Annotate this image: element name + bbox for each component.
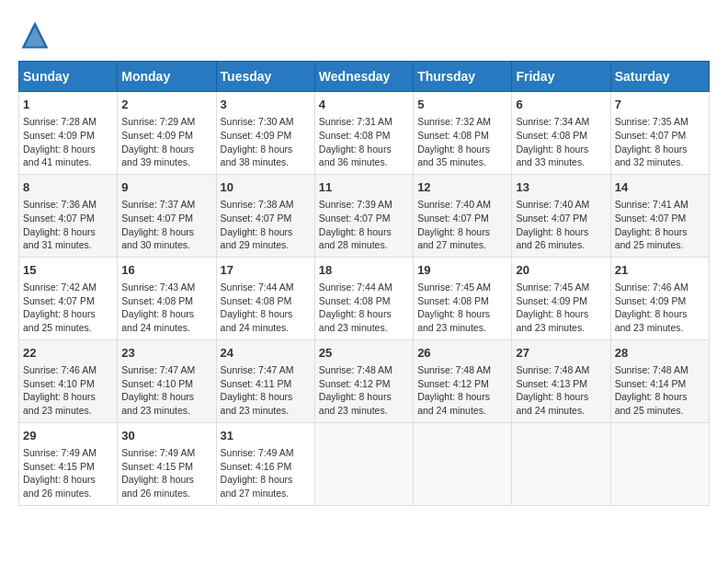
sunset: Sunset: 4:09 PM: [23, 130, 95, 141]
sunrise: Sunrise: 7:48 AM: [516, 364, 589, 375]
day-number: 31: [221, 428, 311, 444]
sunrise: Sunrise: 7:40 AM: [417, 199, 491, 210]
sunrise: Sunrise: 7:44 AM: [221, 282, 294, 293]
day-number: 20: [516, 262, 606, 279]
table-row: [414, 422, 512, 505]
daylight: Daylight: 8 hours and 23 minutes.: [615, 308, 688, 333]
sunset: Sunset: 4:07 PM: [221, 213, 292, 224]
table-row: 30Sunrise: 7:49 AMSunset: 4:15 PMDayligh…: [118, 422, 216, 505]
day-number: 2: [121, 97, 211, 113]
day-number: 3: [221, 97, 311, 113]
sunrise: Sunrise: 7:39 AM: [319, 199, 392, 210]
calendar-week-2: 8Sunrise: 7:36 AMSunset: 4:07 PMDaylight…: [19, 174, 710, 257]
table-row: 9Sunrise: 7:37 AMSunset: 4:07 PMDaylight…: [118, 174, 216, 257]
sunset: Sunset: 4:10 PM: [23, 378, 95, 389]
daylight: Daylight: 8 hours and 35 minutes.: [417, 144, 490, 168]
table-row: 21Sunrise: 7:46 AMSunset: 4:09 PMDayligh…: [610, 257, 709, 339]
sunset: Sunset: 4:08 PM: [221, 295, 292, 306]
table-row: 7Sunrise: 7:35 AMSunset: 4:07 PMDaylight…: [610, 92, 709, 175]
sunrise: Sunrise: 7:45 AM: [417, 282, 491, 293]
sunrise: Sunrise: 7:29 AM: [121, 116, 195, 127]
sunset: Sunset: 4:11 PM: [221, 378, 292, 389]
daylight: Daylight: 8 hours and 38 minutes.: [221, 144, 293, 168]
sunset: Sunset: 4:08 PM: [516, 130, 587, 141]
sunset: Sunset: 4:09 PM: [121, 130, 193, 141]
table-row: 27Sunrise: 7:48 AMSunset: 4:13 PMDayligh…: [512, 339, 610, 422]
column-header-saturday: Saturday: [610, 62, 709, 92]
daylight: Daylight: 8 hours and 24 minutes.: [121, 308, 194, 333]
sunset: Sunset: 4:09 PM: [516, 295, 587, 306]
sunset: Sunset: 4:08 PM: [319, 295, 391, 306]
sunset: Sunset: 4:07 PM: [121, 213, 193, 224]
daylight: Daylight: 8 hours and 27 minutes.: [221, 474, 293, 499]
table-row: 17Sunrise: 7:44 AMSunset: 4:08 PMDayligh…: [216, 257, 314, 339]
day-number: 29: [23, 428, 113, 444]
day-number: 24: [221, 345, 311, 362]
table-row: [512, 422, 610, 505]
daylight: Daylight: 8 hours and 29 minutes.: [221, 226, 293, 251]
sunset: Sunset: 4:13 PM: [516, 378, 587, 389]
sunrise: Sunrise: 7:28 AM: [23, 116, 97, 127]
sunset: Sunset: 4:15 PM: [23, 461, 95, 472]
daylight: Daylight: 8 hours and 25 minutes.: [615, 226, 688, 251]
sunrise: Sunrise: 7:37 AM: [121, 199, 195, 210]
sunrise: Sunrise: 7:45 AM: [516, 282, 589, 293]
calendar-week-1: 1Sunrise: 7:28 AMSunset: 4:09 PMDaylight…: [19, 92, 710, 175]
sunset: Sunset: 4:08 PM: [319, 130, 391, 141]
sunset: Sunset: 4:07 PM: [23, 295, 95, 306]
sunset: Sunset: 4:09 PM: [221, 130, 292, 141]
table-row: 6Sunrise: 7:34 AMSunset: 4:08 PMDaylight…: [512, 92, 610, 175]
daylight: Daylight: 8 hours and 33 minutes.: [516, 144, 588, 168]
day-number: 19: [417, 262, 507, 279]
sunset: Sunset: 4:07 PM: [615, 213, 687, 224]
table-row: 1Sunrise: 7:28 AMSunset: 4:09 PMDaylight…: [19, 92, 118, 175]
day-number: 10: [221, 179, 311, 196]
sunrise: Sunrise: 7:32 AM: [417, 116, 491, 127]
day-number: 8: [23, 179, 113, 196]
day-number: 26: [417, 345, 507, 362]
daylight: Daylight: 8 hours and 23 minutes.: [516, 308, 588, 333]
daylight: Daylight: 8 hours and 28 minutes.: [319, 226, 392, 251]
daylight: Daylight: 8 hours and 23 minutes.: [23, 391, 96, 416]
daylight: Daylight: 8 hours and 26 minutes.: [516, 226, 588, 251]
daylight: Daylight: 8 hours and 32 minutes.: [615, 144, 688, 168]
table-row: 29Sunrise: 7:49 AMSunset: 4:15 PMDayligh…: [19, 422, 118, 505]
day-number: 1: [23, 97, 113, 113]
daylight: Daylight: 8 hours and 30 minutes.: [121, 226, 194, 251]
table-row: 23Sunrise: 7:47 AMSunset: 4:10 PMDayligh…: [118, 339, 216, 422]
day-number: 7: [615, 97, 705, 113]
daylight: Daylight: 8 hours and 23 minutes.: [417, 308, 490, 333]
sunrise: Sunrise: 7:30 AM: [221, 116, 294, 127]
sunrise: Sunrise: 7:44 AM: [319, 282, 392, 293]
sunset: Sunset: 4:16 PM: [221, 461, 292, 472]
day-number: 15: [23, 262, 113, 279]
sunrise: Sunrise: 7:49 AM: [221, 447, 294, 458]
table-row: 25Sunrise: 7:48 AMSunset: 4:12 PMDayligh…: [314, 339, 413, 422]
table-row: 8Sunrise: 7:36 AMSunset: 4:07 PMDaylight…: [19, 174, 118, 257]
column-header-thursday: Thursday: [414, 62, 512, 92]
sunrise: Sunrise: 7:49 AM: [23, 447, 97, 458]
sunset: Sunset: 4:09 PM: [615, 295, 687, 306]
sunrise: Sunrise: 7:46 AM: [23, 364, 97, 375]
day-number: 5: [417, 97, 507, 113]
sunrise: Sunrise: 7:47 AM: [121, 364, 195, 375]
table-row: 18Sunrise: 7:44 AMSunset: 4:08 PMDayligh…: [314, 257, 413, 339]
column-header-wednesday: Wednesday: [314, 62, 413, 92]
table-row: 28Sunrise: 7:48 AMSunset: 4:14 PMDayligh…: [610, 339, 709, 422]
day-number: 18: [319, 262, 409, 279]
table-row: [314, 422, 413, 505]
sunrise: Sunrise: 7:40 AM: [516, 199, 589, 210]
sunset: Sunset: 4:07 PM: [23, 213, 95, 224]
day-number: 12: [417, 179, 507, 196]
daylight: Daylight: 8 hours and 26 minutes.: [121, 474, 194, 499]
sunrise: Sunrise: 7:48 AM: [319, 364, 392, 375]
day-number: 17: [221, 262, 311, 279]
day-number: 30: [121, 428, 211, 444]
table-row: 31Sunrise: 7:49 AMSunset: 4:16 PMDayligh…: [216, 422, 314, 505]
day-number: 4: [319, 97, 409, 113]
sunrise: Sunrise: 7:49 AM: [121, 447, 195, 458]
table-row: 16Sunrise: 7:43 AMSunset: 4:08 PMDayligh…: [118, 257, 216, 339]
sunset: Sunset: 4:07 PM: [516, 213, 587, 224]
sunset: Sunset: 4:08 PM: [417, 295, 489, 306]
sunrise: Sunrise: 7:35 AM: [615, 116, 688, 127]
